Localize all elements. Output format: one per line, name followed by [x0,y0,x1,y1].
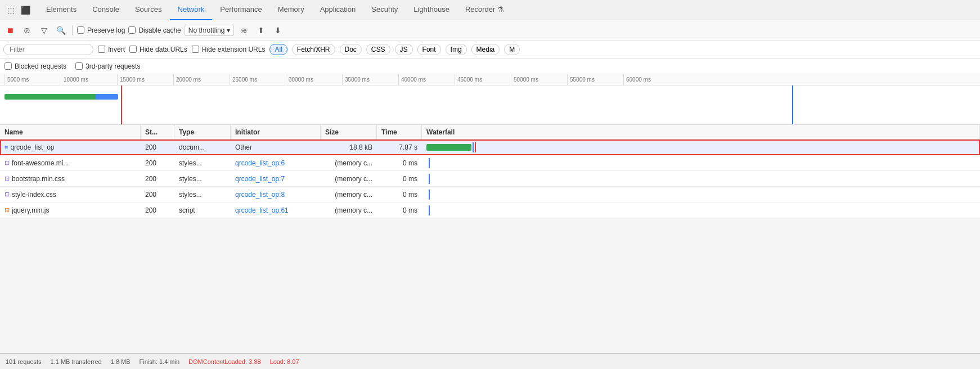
filter-type-font[interactable]: Font [417,44,441,55]
cell-status-3: 200 [141,191,174,199]
tab-sources[interactable]: Sources [127,0,170,20]
tab-memory[interactable]: Memory [270,0,312,20]
cell-waterfall-3 [422,190,980,200]
filter-type-more[interactable]: M [504,44,520,55]
tab-console[interactable]: Console [84,0,127,20]
table-row[interactable]: ≡ qrcode_list_op 200 docum... Other 18.8… [0,140,980,155]
cell-name-1: ⊡ font-awesome.mi... [0,159,141,167]
preserve-log-text: Preserve log [87,26,125,34]
cell-type-4: script [174,206,231,214]
tab-security[interactable]: Security [363,0,406,20]
filter-type-img[interactable]: Img [446,44,467,55]
blocked-requests-text: Blocked requests [15,62,66,70]
separator-1 [72,25,73,35]
cell-initiator-2: qrcode_list_op:7 [231,175,321,183]
device-icon[interactable]: ⬛ [19,4,32,16]
search-button[interactable]: 🔍 [54,24,68,37]
js-icon: ⊞ [5,206,10,214]
network-toolbar: ⏹ ⊘ ▽ 🔍 Preserve log Disable cache No th… [0,20,980,40]
cell-initiator-4: qrcode_list_op:61 [231,206,321,214]
clear-button[interactable]: ⊘ [20,24,34,37]
initiator-link-2[interactable]: qrcode_list_op:7 [235,175,285,183]
blocked-requests-label[interactable]: Blocked requests [5,62,66,70]
col-waterfall[interactable]: Waterfall [422,125,980,139]
table-row[interactable]: ⊡ font-awesome.mi... 200 styles... qrcod… [0,155,980,171]
filter-input[interactable] [3,44,93,55]
filter-type-js[interactable]: JS [395,44,413,55]
timeline-ruler: 5000 ms 10000 ms 15000 ms 20000 ms 25000… [0,74,980,86]
timeline-area: 5000 ms 10000 ms 15000 ms 20000 ms 25000… [0,74,980,125]
invert-label[interactable]: Invert [98,46,125,53]
cell-time-4: 0 ms [377,206,422,214]
third-party-label[interactable]: 3rd-party requests [75,62,140,70]
disable-cache-label[interactable]: Disable cache [128,26,181,34]
waterfall-line-1 [429,158,430,168]
css-icon: ⊡ [5,159,10,166]
css-icon: ⊡ [5,191,10,198]
inspect-icon[interactable]: ⬚ [5,4,17,16]
blocked-requests-checkbox[interactable] [5,62,12,70]
cell-waterfall-0 [422,142,980,152]
initiator-link-4[interactable]: qrcode_list_op:61 [235,206,289,214]
col-size[interactable]: Size [321,125,377,139]
tab-performance[interactable]: Performance [212,0,269,20]
hide-ext-urls-checkbox[interactable] [192,46,199,53]
tab-network[interactable]: Network [170,0,213,20]
cell-initiator-0: Other [231,143,321,151]
tick-5000: 5000 ms [5,74,61,85]
filter-type-css[interactable]: CSS [366,44,390,55]
table-row[interactable]: ⊡ bootstrap.min.css 200 styles... qrcode… [0,171,980,187]
cell-name-2: ⊡ bootstrap.min.css [0,175,141,183]
col-status[interactable]: St... [141,125,174,139]
filter-type-all[interactable]: All [269,44,287,55]
filter-type-fetch-xhr[interactable]: Fetch/XHR [292,44,335,55]
col-type[interactable]: Type [174,125,231,139]
disable-cache-checkbox[interactable] [128,26,136,34]
tab-recorder[interactable]: Recorder ⚗ [457,0,512,20]
row-name-1: font-awesome.mi... [12,159,69,167]
disable-cache-text: Disable cache [138,26,181,34]
table-row[interactable]: ⊡ style-index.css 200 styles... qrcode_l… [0,187,980,202]
col-initiator[interactable]: Initiator [231,125,321,139]
cell-waterfall-2 [422,174,980,184]
import-har-button[interactable]: ⬇ [271,24,285,37]
row-name-4: jquery.min.js [12,206,49,214]
third-party-text: 3rd-party requests [86,62,140,70]
table-row[interactable]: ⊞ jquery.min.js 200 script qrcode_list_o… [0,202,980,218]
throttling-select[interactable]: No throttling ▾ [185,25,235,36]
export-har-button[interactable]: ⬆ [254,24,268,37]
hide-data-urls-label[interactable]: Hide data URLs [129,46,187,53]
filter-type-media[interactable]: Media [471,44,500,55]
preserve-log-label[interactable]: Preserve log [77,26,125,34]
tab-application[interactable]: Application [312,0,364,20]
row-name-0: qrcode_list_op [10,143,54,151]
waterfall-line-2 [429,174,430,184]
preserve-log-checkbox[interactable] [77,26,84,34]
table-header: Name St... Type Initiator Size Time Wate… [0,125,980,140]
tab-lighthouse[interactable]: Lighthouse [406,0,457,20]
cell-time-0: 7.87 s [377,143,422,151]
cell-size-4: (memory c... [321,206,377,214]
cell-status-4: 200 [141,206,174,214]
cell-type-3: styles... [174,191,231,199]
cell-name-0: ≡ qrcode_list_op [0,143,141,151]
tab-elements[interactable]: Elements [38,0,84,20]
doc-icon: ≡ [5,144,8,151]
cell-size-0: 18.8 kB [321,143,377,151]
initiator-link-3[interactable]: qrcode_list_op:8 [235,191,285,199]
tick-15000: 15000 ms [117,74,173,85]
initiator-link-1[interactable]: qrcode_list_op:6 [235,159,285,167]
invert-checkbox[interactable] [98,46,105,53]
hide-data-urls-checkbox[interactable] [129,46,137,53]
col-name[interactable]: Name [0,125,141,139]
filter-type-doc[interactable]: Doc [340,44,362,55]
cell-waterfall-4 [422,205,980,215]
filter-button[interactable]: ▽ [37,24,51,37]
hide-ext-urls-label[interactable]: Hide extension URLs [192,46,266,53]
tick-40000: 40000 ms [398,74,455,85]
third-party-checkbox[interactable] [75,62,83,70]
tick-45000: 45000 ms [455,74,511,85]
col-time[interactable]: Time [377,125,422,139]
network-conditions-button[interactable]: ≋ [237,24,251,37]
record-stop-button[interactable]: ⏹ [3,24,17,37]
